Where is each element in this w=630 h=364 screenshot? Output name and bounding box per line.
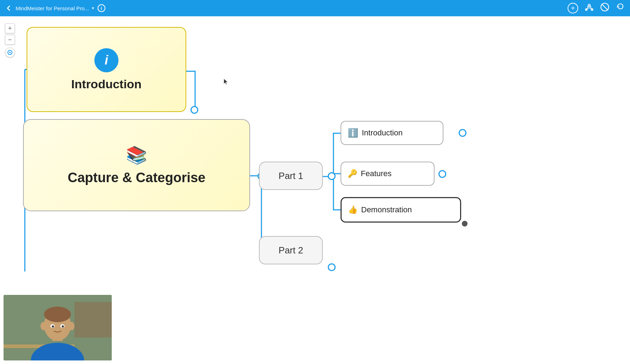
dot-part1-junction bbox=[328, 172, 336, 180]
demo-label: Demonstration bbox=[361, 205, 412, 214]
zoom-home-button[interactable] bbox=[5, 47, 15, 57]
node-part2[interactable]: Part 2 bbox=[259, 236, 323, 264]
dot-features bbox=[438, 170, 446, 178]
node-intro-right[interactable]: ℹ️ Introduction bbox=[341, 121, 443, 145]
zoom-in-button[interactable]: + bbox=[5, 23, 15, 33]
svg-rect-9 bbox=[74, 302, 112, 337]
webcam-video bbox=[4, 295, 112, 360]
thumbsup-icon: 👍 bbox=[348, 205, 358, 214]
canvas[interactable]: + − i Introduction bbox=[0, 16, 630, 364]
node-introduction-main[interactable]: i Introduction bbox=[27, 27, 186, 112]
topbar: MindMeister for Personal Pro... ▾ i + bbox=[0, 0, 630, 16]
plus-icon: + bbox=[571, 4, 575, 12]
add-button[interactable]: + bbox=[568, 3, 578, 13]
node-part1[interactable]: Part 1 bbox=[259, 162, 323, 190]
info-button[interactable]: i bbox=[98, 4, 105, 12]
part1-label: Part 1 bbox=[278, 170, 303, 181]
svg-point-17 bbox=[52, 325, 54, 327]
dot-demo-selected bbox=[462, 221, 468, 226]
node-demonstration[interactable]: 👍 Demonstration bbox=[341, 197, 461, 223]
info-icon-text: i bbox=[105, 53, 108, 68]
dot-intro-right bbox=[459, 129, 466, 137]
topbar-right: + bbox=[568, 2, 625, 14]
back-button[interactable] bbox=[5, 5, 12, 12]
svg-point-19 bbox=[40, 322, 47, 330]
undo-icon[interactable] bbox=[616, 2, 625, 14]
webcam-feed bbox=[4, 295, 112, 360]
cursor bbox=[223, 78, 228, 85]
intro-right-label: Introduction bbox=[362, 128, 403, 138]
part2-label: Part 2 bbox=[278, 245, 303, 256]
books-icon: 📚 bbox=[126, 145, 147, 165]
info-icon: i bbox=[94, 48, 118, 72]
dropdown-icon[interactable]: ▾ bbox=[92, 6, 94, 11]
svg-point-0 bbox=[588, 4, 590, 6]
node-capture[interactable]: 📚 Capture & Categorise bbox=[23, 119, 250, 211]
restrict-icon[interactable] bbox=[600, 2, 609, 14]
zoom-controls: + − bbox=[5, 23, 15, 57]
svg-point-20 bbox=[68, 322, 74, 330]
info-icon-right: ℹ️ bbox=[348, 128, 358, 138]
zoom-out-button[interactable]: − bbox=[5, 35, 15, 45]
node-features[interactable]: 🔑 Features bbox=[341, 162, 435, 186]
svg-point-18 bbox=[62, 325, 64, 327]
svg-point-6 bbox=[9, 52, 11, 53]
capture-title: Capture & Categorise bbox=[68, 170, 206, 185]
share-icon[interactable] bbox=[585, 2, 594, 14]
svg-line-4 bbox=[602, 4, 608, 10]
dot-part2 bbox=[328, 263, 336, 271]
svg-point-14 bbox=[44, 307, 71, 322]
title-area: MindMeister for Personal Pro... ▾ bbox=[16, 5, 94, 11]
key-icon: 🔑 bbox=[348, 169, 357, 178]
features-label: Features bbox=[361, 169, 392, 178]
topbar-left: MindMeister for Personal Pro... ▾ i bbox=[5, 4, 568, 12]
dot-introduction bbox=[190, 106, 198, 114]
introduction-main-title: Introduction bbox=[71, 77, 142, 91]
app-title: MindMeister for Personal Pro... bbox=[16, 5, 89, 11]
